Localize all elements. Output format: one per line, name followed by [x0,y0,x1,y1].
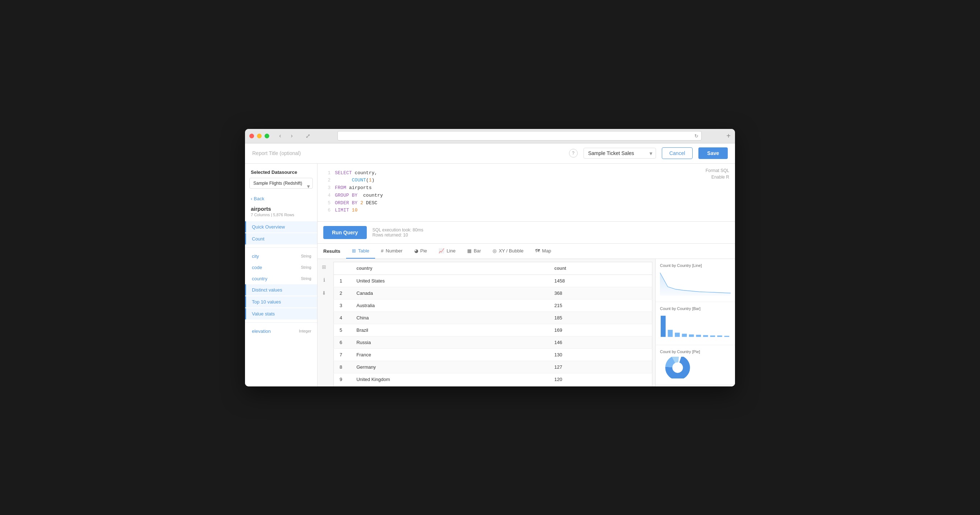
cell-country: Brazil [350,324,548,336]
datasource-select-wrapper: Sample Flights (Redshift) [245,178,317,195]
row-num: 7 [334,349,351,361]
sidebar: Selected Datasource Sample Flights (Reds… [245,164,318,387]
cell-country: India [350,385,548,387]
cell-count: 101 [549,385,652,387]
info-icon-button[interactable]: ℹ [319,275,329,285]
code-line-2: COUNT(1) [335,177,729,184]
line-icon: 📈 [439,248,444,254]
cell-country: Canada [350,287,548,299]
datasource-select[interactable]: Sample Flights (Redshift) [249,178,313,189]
chart-preview-bar[interactable]: Count by Country [Bar] [655,302,735,345]
help-icon[interactable]: ? [569,149,578,158]
address-bar[interactable]: ↻ [337,131,702,141]
sidebar-item-value-stats[interactable]: Value stats [245,308,317,319]
sidebar-field-elevation[interactable]: elevation Integer [245,326,317,337]
sidebar-item-distinct-values[interactable]: Distinct values [245,284,317,296]
tab-xy-bubble[interactable]: ◎ XY / Bubble [487,244,529,258]
code-line-1: SELECT country, [335,170,729,177]
row-num: 4 [334,311,351,324]
report-title-label: Report Title (optional) [252,150,563,156]
sidebar-item-quick-overview[interactable]: Quick Overview [245,221,317,233]
svg-rect-2 [675,333,680,337]
tab-table[interactable]: ⊞ Table [346,244,375,258]
enable-r-link[interactable]: Enable R [711,174,729,180]
table-row: 5 Brazil 169 [334,324,652,336]
sidebar-field-code[interactable]: code String [245,262,317,273]
tab-pie[interactable]: ◕ Pie [409,244,433,258]
bubble-icon: ◎ [493,248,496,254]
col-country: country [350,262,548,274]
execution-time: SQL execution took: 80ms [372,227,423,233]
cell-country: China [350,311,548,324]
tab-bar[interactable]: ▦ Bar [461,244,487,258]
cell-count: 1458 [549,274,652,287]
table-row: 3 Australia 215 [334,299,652,311]
maximize-button[interactable] [264,134,269,138]
field-name-elevation: elevation [252,328,271,334]
run-query-button[interactable]: Run Query [323,226,367,239]
main-content: Selected Datasource Sample Flights (Reds… [245,164,735,387]
sidebar-divider-2 [245,322,317,323]
cell-country: France [350,349,548,361]
results-label: Results [323,244,340,258]
sql-editor[interactable]: Format SQL Enable R 1 2 3 4 5 6 SELECT c… [318,164,735,222]
report-select-wrapper: Sample Ticket Sales [584,148,656,158]
new-tab-button[interactable]: + [726,132,731,140]
table-row: 9 United Kingdom 120 [334,373,652,385]
bar-icon: ▦ [467,248,471,254]
chart-pie-svg [660,357,731,379]
back-nav-button[interactable]: ‹ [275,132,285,140]
datasource-section-title: Selected Datasource [245,170,317,178]
sidebar-field-city[interactable]: city String [245,250,317,262]
rows-returned: Rows returned: 10 [372,233,423,238]
table-icon: ⊞ [352,248,356,254]
code-line-4: GROUP BY country [335,192,729,200]
tab-line[interactable]: 📈 Line [433,244,461,258]
row-num: 2 [334,287,351,299]
download-icon-button[interactable]: ⬇ [319,288,329,298]
chart-pie-title: Count by Country [Pie] [660,350,731,354]
svg-rect-1 [668,330,673,337]
tab-number[interactable]: # Number [375,244,408,258]
table-row: 1 United States 1458 [334,274,652,287]
expand-button[interactable]: ⤢ [302,132,313,140]
svg-rect-4 [689,334,694,337]
grid-icon-button[interactable]: ⊞ [319,262,329,272]
chart-preview-line[interactable]: Count by Country [Line] [655,259,735,302]
row-num: 6 [334,336,351,349]
cell-country: Australia [350,299,548,311]
number-icon: # [381,248,383,254]
report-select[interactable]: Sample Ticket Sales [584,148,656,158]
forward-nav-button[interactable]: › [287,132,297,140]
nav-buttons: ‹ › [275,132,297,140]
chart-preview-pie[interactable]: Count by Country [Pie] [655,345,735,385]
table-row: 10 India 101 [334,385,652,387]
cell-country: United States [350,274,548,287]
cell-count: 169 [549,324,652,336]
table-row: 6 Russia 146 [334,336,652,349]
field-type-country: String [301,276,311,280]
cell-count: 127 [549,361,652,373]
sidebar-item-count[interactable]: Count [245,233,317,244]
back-chevron-icon: ‹ [251,196,252,201]
tab-map[interactable]: 🗺 Map [530,244,557,258]
sidebar-item-top10[interactable]: Top 10 values [245,296,317,307]
field-type-code: String [301,265,311,269]
execution-info: SQL execution took: 80ms Rows returned: … [372,227,423,238]
field-type-elevation: Integer [299,329,311,333]
minimize-button[interactable] [257,134,262,138]
back-button[interactable]: ‹ Back [245,195,270,206]
close-button[interactable] [249,134,254,138]
cancel-button[interactable]: Cancel [662,147,693,159]
results-area: Results ⊞ Table # Number ◕ Pie 📈 [318,244,735,387]
format-sql-link[interactable]: Format SQL [706,168,729,173]
field-name-country: country [252,276,267,281]
save-button[interactable]: Save [698,147,728,159]
code-line-5: ORDER BY 2 DESC [335,200,729,207]
sidebar-field-country[interactable]: country String [245,273,317,284]
col-count: count [549,262,652,274]
chart-bar-title: Count by Country [Bar] [660,306,731,311]
table-row: 4 China 185 [334,311,652,324]
app-window: ‹ › ⤢ ↻ + Report Title (optional) ? Samp… [245,129,735,387]
chart-bar-svg [660,314,731,339]
